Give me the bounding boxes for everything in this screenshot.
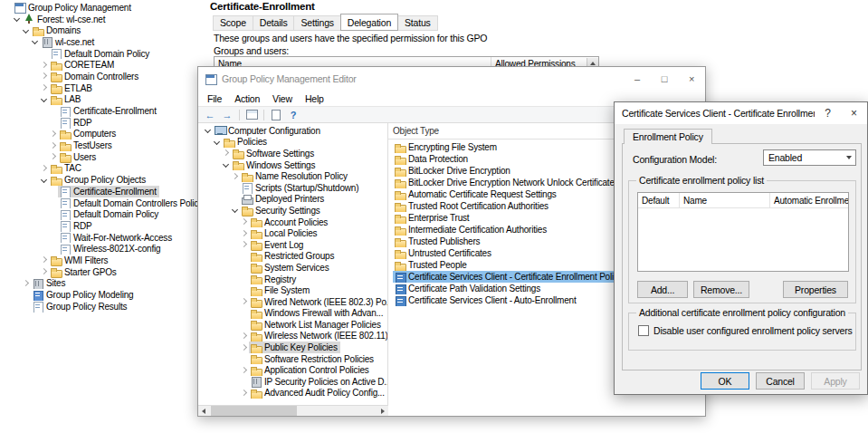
tree-item[interactable]: RDP	[0, 117, 206, 129]
expand-chevron-icon[interactable]	[40, 175, 49, 186]
tree-item[interactable]: Public Key Policies	[198, 342, 387, 353]
menu-item[interactable]: Action	[228, 93, 266, 104]
tree-item[interactable]: Software Settings	[198, 148, 387, 159]
expand-chevron-icon[interactable]	[231, 205, 240, 216]
tree-item[interactable]: Users	[0, 151, 206, 163]
tree-item[interactable]: Domains	[0, 24, 206, 36]
expand-chevron-icon[interactable]	[40, 82, 49, 93]
config-model-combobox[interactable]: Enabled	[763, 149, 856, 166]
tree-item[interactable]: Computer Configuration	[198, 125, 387, 137]
tree-item[interactable]: Network List Manager Policies	[198, 319, 387, 331]
cancel-button[interactable]: Cancel	[756, 372, 805, 390]
tree-item[interactable]: Default Domain Policy	[0, 208, 206, 220]
tree-item[interactable]: Name Resolution Policy	[198, 170, 387, 182]
tree-item[interactable]: Restricted Groups	[198, 251, 387, 263]
expand-chevron-icon[interactable]	[240, 285, 249, 296]
expand-chevron-icon[interactable]	[49, 232, 58, 243]
tree-item[interactable]: LAB	[0, 94, 206, 106]
expand-chevron-icon[interactable]	[240, 365, 249, 376]
expand-chevron-icon[interactable]	[49, 197, 58, 208]
horizontal-scrollbar[interactable]	[198, 405, 388, 416]
expand-chevron-icon[interactable]	[240, 353, 249, 364]
tree-item[interactable]: Wireless-8021X-config	[0, 243, 206, 255]
dropdown-button[interactable]	[842, 150, 855, 165]
expand-chevron-icon[interactable]	[240, 228, 249, 239]
console-window-icon[interactable]	[244, 108, 259, 121]
tree-item[interactable]: Wired Network (IEEE 802.3) Po...	[198, 296, 387, 308]
expand-chevron-icon[interactable]	[22, 278, 31, 289]
expand-chevron-icon[interactable]	[40, 163, 49, 174]
tab-enrollment-policy[interactable]: Enrollment Policy	[624, 129, 712, 144]
back-arrow-icon[interactable]: ←	[203, 108, 217, 121]
tree-item[interactable]: Forest: wl-cse.net	[0, 14, 206, 25]
expand-chevron-icon[interactable]	[4, 2, 13, 13]
expand-chevron-icon[interactable]	[40, 48, 49, 59]
tree-item[interactable]: TAC	[0, 163, 206, 175]
close-button[interactable]: ×	[841, 102, 867, 124]
expand-chevron-icon[interactable]	[240, 296, 249, 307]
expand-chevron-icon[interactable]	[22, 290, 31, 301]
tree-item[interactable]: ETLAB	[0, 82, 206, 94]
header-automatic-enrollment[interactable]: Automatic Enrollment	[770, 193, 848, 207]
expand-chevron-icon[interactable]	[49, 244, 58, 255]
tree-item[interactable]: Wireless Network (IEEE 802.11)	[198, 331, 387, 342]
expand-chevron-icon[interactable]	[231, 182, 240, 193]
header-name[interactable]: Name	[680, 193, 770, 207]
expand-chevron-icon[interactable]	[13, 14, 22, 24]
expand-chevron-icon[interactable]	[240, 388, 249, 399]
export-list-icon[interactable]	[269, 108, 283, 121]
tree-item[interactable]: Event Log	[198, 239, 387, 251]
expand-chevron-icon[interactable]	[31, 36, 40, 47]
expand-chevron-icon[interactable]	[40, 60, 49, 71]
close-button[interactable]: ×	[678, 67, 705, 91]
expand-chevron-icon[interactable]	[40, 266, 49, 277]
tab[interactable]: Delegation	[340, 14, 398, 31]
tree-item[interactable]: Local Policies	[198, 227, 387, 239]
tab[interactable]: Scope	[213, 15, 253, 31]
expand-chevron-icon[interactable]	[204, 125, 213, 136]
menu-item[interactable]: Help	[299, 93, 330, 104]
tree-item[interactable]: Sites	[0, 278, 206, 290]
checkbox-icon[interactable]	[638, 325, 649, 336]
expand-chevron-icon[interactable]	[240, 239, 249, 250]
help-button[interactable]: ?	[815, 102, 841, 124]
expand-chevron-icon[interactable]	[222, 148, 231, 159]
expand-chevron-icon[interactable]	[240, 216, 249, 227]
tree-item[interactable]: Account Policies	[198, 216, 387, 228]
expand-chevron-icon[interactable]	[240, 251, 249, 262]
scrollbar-track[interactable]	[209, 406, 377, 416]
tree-item[interactable]: Domain Controllers	[0, 71, 206, 82]
menu-item[interactable]: File	[201, 93, 228, 104]
tree-item[interactable]: Certificate-Enrollment	[0, 186, 206, 197]
expand-chevron-icon[interactable]	[240, 308, 249, 319]
tree-item[interactable]: Group Policy Objects	[0, 174, 206, 186]
expand-chevron-icon[interactable]	[222, 159, 231, 170]
tree-item[interactable]: Group Policy Management	[0, 2, 206, 14]
expand-chevron-icon[interactable]	[231, 171, 240, 182]
expand-chevron-icon[interactable]	[213, 137, 222, 148]
gpme-titlebar[interactable]: Group Policy Management Editor – □ ×	[198, 67, 705, 91]
tree-item[interactable]: File System	[198, 284, 387, 296]
expand-chevron-icon[interactable]	[22, 25, 31, 36]
tab[interactable]: Details	[253, 15, 295, 31]
remove-button[interactable]: Remove...	[693, 281, 749, 298]
expand-chevron-icon[interactable]	[49, 129, 58, 140]
expand-chevron-icon[interactable]	[49, 140, 58, 151]
disable-servers-checkbox-row[interactable]: Disable user configured enrollment polic…	[638, 325, 853, 336]
menu-item[interactable]: View	[266, 93, 299, 104]
tree-item[interactable]: Computers	[0, 129, 206, 140]
expand-chevron-icon[interactable]	[240, 331, 249, 342]
tree-item[interactable]: Certificate-Enrollment	[0, 105, 206, 117]
expand-chevron-icon[interactable]	[231, 194, 240, 205]
tree-item[interactable]: Starter GPOs	[0, 266, 206, 278]
tree-item[interactable]: Software Restriction Policies	[198, 353, 387, 365]
minimize-button[interactable]: –	[624, 67, 651, 91]
tree-item[interactable]: wl-cse.net	[0, 36, 206, 48]
expand-chevron-icon[interactable]	[49, 186, 58, 197]
tab[interactable]: Status	[397, 15, 438, 31]
tree-item[interactable]: Default Domain Controllers Policy	[0, 197, 206, 209]
expand-chevron-icon[interactable]	[49, 117, 58, 128]
expand-chevron-icon[interactable]	[240, 342, 249, 353]
expand-chevron-icon[interactable]	[40, 71, 49, 82]
tree-item[interactable]: Registry	[198, 274, 387, 285]
